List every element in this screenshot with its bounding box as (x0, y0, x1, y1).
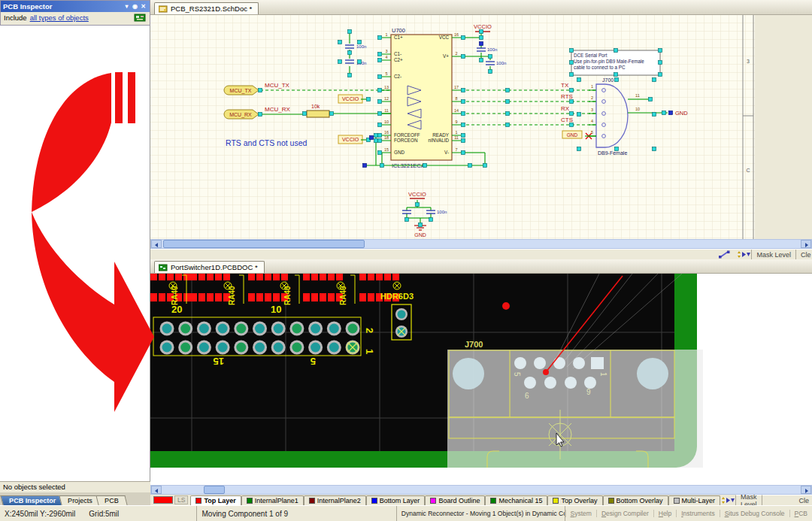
panel-buttons: SystemDesign CompilerHelpInstrumentsSitu… (565, 506, 812, 521)
include-objects-link[interactable]: all types of objects (30, 14, 89, 22)
net-label[interactable]: MCU_RX (265, 106, 290, 113)
layer-color-icon (553, 498, 559, 504)
svg-text:18: 18 (384, 135, 389, 140)
layer-set-button[interactable]: LS (174, 495, 188, 504)
ic-rs232-transceiver[interactable]: U700 ICL3221ECA (391, 27, 452, 169)
filter-arrows-icon[interactable] (720, 496, 735, 504)
schematic-scroll-thumb[interactable] (163, 240, 365, 248)
mask-level-button[interactable]: Mask Level (735, 495, 762, 505)
sheet-zone-label: C (746, 168, 750, 173)
layer-tab-mechanical-15[interactable]: Mechanical 15 (485, 495, 547, 505)
svg-text:15: 15 (214, 356, 224, 367)
scroll-right-icon[interactable] (801, 486, 811, 494)
wire-tool-icon (718, 250, 733, 259)
status-bar: X:2450mil Y:-2960mil Grid:5mil Moving Co… (0, 505, 812, 521)
rts-cts-annotation: RTS and CTS not used (226, 138, 308, 147)
panel-button-situs-debug-console[interactable]: Situs Debug Console (720, 510, 789, 517)
svg-text:FORCEON: FORCEON (394, 138, 418, 143)
net-label[interactable]: CTS (561, 117, 573, 123)
j700-silkscreen-label: J700 (465, 340, 483, 349)
schematic-doc-tab[interactable]: PCB_RS2321D.SchDoc * (154, 2, 259, 14)
power-port-vccio[interactable]: VCCIO (338, 135, 362, 144)
layer-tab-internalplane2[interactable]: InternalPlane2 (304, 495, 366, 505)
schematic-hscrollbar[interactable] (150, 239, 812, 249)
resistor-array-silkscreen-label: RA40 (171, 286, 179, 305)
svg-text:1: 1 (364, 349, 375, 354)
svg-text:V-: V- (444, 150, 449, 155)
pcb-chip-icon (134, 13, 147, 23)
pcb-canvas[interactable]: RA40RA40RA40RA40 HDR6D3 J700 20 10 15 5 … (150, 274, 812, 485)
svg-text:MCU_RX: MCU_RX (229, 112, 252, 118)
svg-text:10: 10 (271, 304, 281, 315)
j700-footprint-dragged[interactable] (447, 350, 703, 468)
clear-button[interactable]: Cle (762, 495, 812, 505)
layer-color-icon (247, 498, 253, 504)
panel-button-help[interactable]: Help (653, 510, 676, 517)
panel-tab-pcb-inspector[interactable]: PCB Inspector (0, 495, 64, 505)
net-label[interactable]: TX (561, 82, 569, 89)
panel-tab-pcb[interactable]: PCB (95, 495, 127, 505)
sheet-port[interactable]: MCU_TX (224, 86, 259, 95)
mounting-hole (637, 358, 668, 389)
scroll-right-icon[interactable] (801, 240, 811, 248)
pcb-scroll-thumb[interactable] (204, 486, 225, 494)
scroll-left-icon[interactable] (151, 240, 162, 248)
db9-pad (524, 377, 536, 389)
panel-button-system[interactable]: System (565, 510, 596, 517)
svg-text:1: 1 (455, 130, 457, 135)
layer-tab-bottom-layer[interactable]: Bottom Layer (366, 495, 426, 505)
panel-button-instruments[interactable]: Instruments (676, 510, 719, 517)
layer-tab-top-overlay[interactable]: Top Overlay (547, 495, 602, 505)
filter-arrows-icon[interactable] (736, 250, 751, 259)
panel-pin-icon[interactable]: ◉ (131, 3, 139, 10)
layer-tab-multi-layer[interactable]: Multi-Layer (668, 495, 721, 505)
svg-text:C1-: C1- (394, 51, 401, 56)
layer-tab-bottom-overlay[interactable]: Bottom Overlay (603, 495, 668, 505)
pcb-doc-tab[interactable]: PortSwitcher1D.PCBDOC * (154, 261, 265, 273)
include-label: Include (4, 14, 27, 22)
resistor-value: 10k (311, 104, 320, 109)
layer-tab-board-outline[interactable]: Board Outline (425, 495, 485, 505)
db9-pad (584, 377, 596, 389)
svg-text:C2+: C2+ (394, 57, 403, 62)
panel-tab-projects[interactable]: Projects (59, 495, 101, 505)
cursor-coordinates: X:2450mil Y:-2960mil (5, 510, 75, 518)
svg-text:100n: 100n (356, 44, 366, 49)
pcb-inspector-titlebar[interactable]: PCB Inspector ▾ ◉ ✕ (1, 1, 150, 12)
layer-color-icon (371, 498, 377, 504)
svg-text:nINVALID: nINVALID (428, 138, 449, 143)
db9-designator: J700 (602, 77, 614, 83)
current-layer-swatch (153, 496, 173, 504)
panel-button-pcb[interactable]: PCB (789, 510, 812, 517)
svg-text:GND: GND (567, 132, 578, 138)
pcb-hscrollbar[interactable] (150, 485, 812, 495)
schematic-tab-label: PCB_RS2321D.SchDoc * (171, 5, 252, 13)
panel-dropdown-icon[interactable]: ▾ (123, 3, 131, 10)
ic-designator: U700 (392, 27, 405, 34)
resistor-array-silkscreen-label: RA40 (339, 286, 347, 305)
power-port-vccio[interactable]: VCCIO (338, 95, 362, 103)
panel-button-design-compiler[interactable]: Design Compiler (596, 510, 653, 517)
mask-level-button[interactable]: Mask Level (751, 250, 795, 259)
net-label[interactable]: RX (561, 105, 570, 112)
net-label[interactable]: MCU_TX (265, 82, 290, 89)
layer-color-icon (490, 498, 496, 504)
power-port-vccio[interactable]: VCCIO (408, 191, 426, 198)
sheet-port[interactable]: MCU_RX (224, 110, 259, 119)
layer-tab-internalplane1[interactable]: InternalPlane1 (241, 495, 304, 505)
svg-text:C1+: C1+ (394, 35, 403, 40)
clear-button[interactable]: Cle (795, 250, 812, 259)
panel-close-icon[interactable]: ✕ (139, 3, 147, 10)
layer-color-icon (674, 498, 680, 504)
scroll-left-icon[interactable] (151, 486, 162, 494)
gnd-net-label: GND (675, 110, 688, 117)
schematic-canvas[interactable]: 3 C U700 ICL3221ECA RTS and CTS not used… (150, 15, 812, 239)
layer-tab-top-layer[interactable]: Top Layer (190, 495, 241, 505)
net-label[interactable]: RTS (561, 93, 573, 100)
note-line: Use pin-for-pin DB9 Male-Female (574, 59, 644, 65)
svg-text:11: 11 (635, 93, 640, 98)
svg-text:4: 4 (591, 119, 593, 123)
layer-color-icon (309, 498, 315, 504)
schdoc-icon (159, 5, 168, 13)
svg-text:100n: 100n (437, 210, 447, 214)
